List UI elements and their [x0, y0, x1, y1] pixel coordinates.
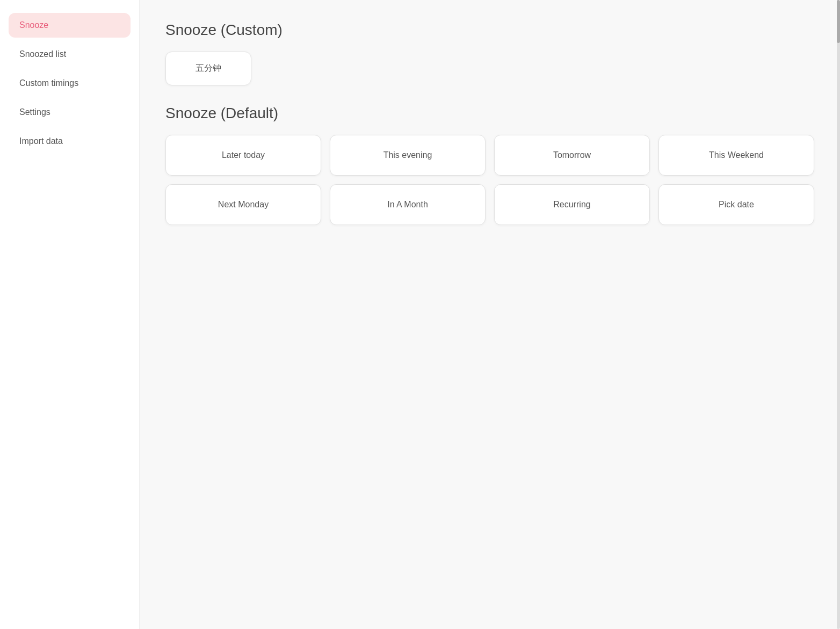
scrollbar-track[interactable] [837, 0, 840, 629]
snooze-option-this-weekend[interactable]: This Weekend [658, 135, 814, 176]
sidebar-item-snooze[interactable]: Snooze [9, 13, 131, 38]
snooze-option-tomorrow[interactable]: Tomorrow [494, 135, 650, 176]
snooze-row-1: Later todayThis eveningTomorrowThis Week… [165, 135, 814, 176]
custom-section-title: Snooze (Custom) [165, 21, 814, 39]
sidebar-item-snoozed-list[interactable]: Snoozed list [9, 42, 131, 67]
snooze-option-next-monday[interactable]: Next Monday [165, 184, 321, 225]
snooze-row-2: Next MondayIn A MonthRecurringPick date [165, 184, 814, 225]
scrollbar-thumb[interactable] [837, 0, 840, 43]
snooze-option-recurring[interactable]: Recurring [494, 184, 650, 225]
sidebar-item-import-data[interactable]: Import data [9, 129, 131, 154]
custom-snooze-button[interactable]: 五分钟 [165, 52, 251, 85]
sidebar-item-settings[interactable]: Settings [9, 100, 131, 125]
sidebar-item-custom-timings[interactable]: Custom timings [9, 71, 131, 96]
snooze-option-this-evening[interactable]: This evening [330, 135, 486, 176]
snooze-option-later-today[interactable]: Later today [165, 135, 321, 176]
sidebar: SnoozeSnoozed listCustom timingsSettings… [0, 0, 140, 629]
main-content: Snooze (Custom) 五分钟 Snooze (Default) Lat… [140, 0, 840, 629]
default-section-title: Snooze (Default) [165, 105, 814, 122]
snooze-option-pick-date[interactable]: Pick date [658, 184, 814, 225]
snooze-option-in-a-month[interactable]: In A Month [330, 184, 486, 225]
